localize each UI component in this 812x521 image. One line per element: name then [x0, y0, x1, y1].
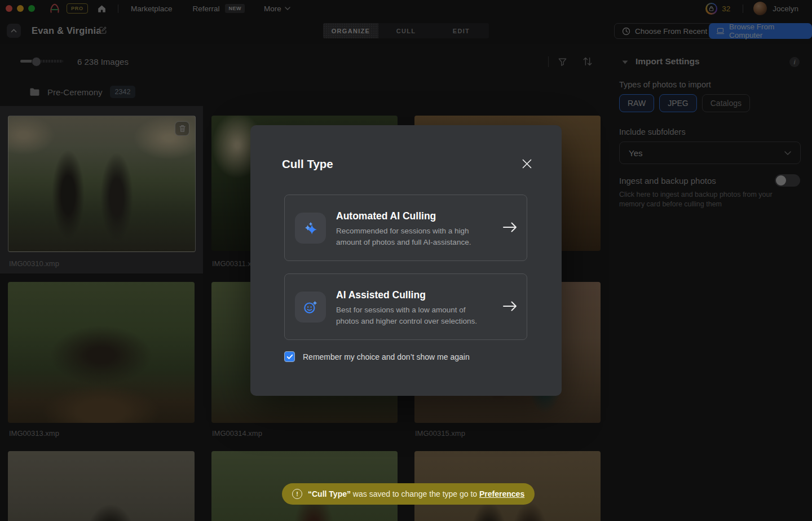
arrow-right-icon: [502, 300, 518, 312]
cull-type-modal: Cull Type Automated AI Culling Recommend…: [250, 125, 562, 396]
toast-notification: ! “Cull Type” was saved to change the ty…: [282, 483, 535, 505]
smiley-sparkle-icon: [295, 292, 326, 323]
option-description: Best for sessions with a low amount of p…: [336, 304, 487, 326]
option-title: AI Assisted Culling: [336, 289, 426, 301]
app-window: PRO Marketplace Referral NEW More: [0, 0, 812, 521]
check-icon: [286, 354, 293, 360]
remember-choice-label: Remember my choice and don’t show me aga…: [303, 352, 470, 361]
remember-choice-row: Remember my choice and don’t show me aga…: [284, 351, 470, 362]
ai-assisted-culling-option[interactable]: AI Assisted Culling Best for sessions wi…: [284, 273, 527, 340]
option-title: Automated AI Culling: [336, 210, 436, 222]
preferences-link[interactable]: Preferences: [479, 489, 524, 498]
automated-ai-culling-option[interactable]: Automated AI Culling Recommended for ses…: [284, 195, 527, 261]
sparkles-icon: [295, 213, 326, 244]
modal-title: Cull Type: [282, 157, 333, 171]
arrow-right-icon: [502, 221, 518, 233]
option-description: Recommended for sessions with a high amo…: [336, 226, 487, 248]
close-icon: [522, 158, 532, 169]
close-button[interactable]: [520, 157, 533, 170]
alert-icon: !: [292, 489, 302, 499]
toast-message: “Cull Type” was saved to change the type…: [308, 489, 524, 498]
remember-choice-checkbox[interactable]: [284, 351, 295, 362]
